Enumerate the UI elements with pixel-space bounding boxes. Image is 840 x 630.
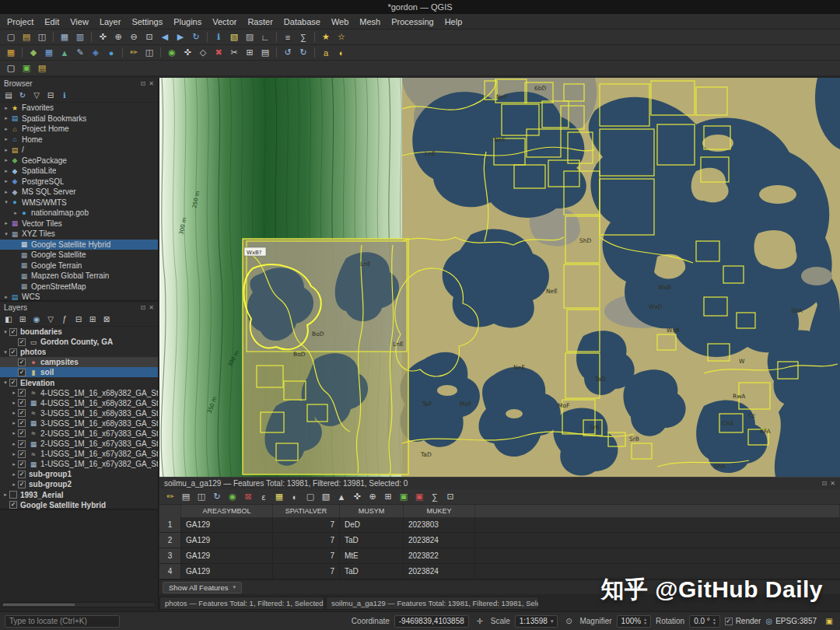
expander-icon[interactable]: ▸	[10, 410, 18, 416]
project-new-icon[interactable]: ▢	[4, 31, 18, 44]
new-shapefile-icon[interactable]: ▣	[19, 62, 33, 75]
expander-icon[interactable]: ▾	[2, 329, 9, 335]
message-log-icon[interactable]: ▣	[823, 617, 835, 625]
attr-select-all-icon[interactable]: ▦	[272, 491, 286, 503]
expander-icon[interactable]: ▸	[2, 105, 10, 111]
expander-icon[interactable]: ▾	[2, 231, 10, 237]
table-row[interactable]: 1GA1297DeD2023803	[159, 517, 840, 533]
table-cell[interactable]: 7	[273, 564, 340, 579]
layer-checkbox[interactable]: ✓	[18, 419, 26, 427]
spin-down-icon[interactable]: ▾	[713, 621, 716, 625]
map-refresh-icon[interactable]: ↻	[189, 31, 203, 44]
redo-icon[interactable]: ↻	[296, 47, 310, 59]
add-wms-layer-icon[interactable]: ●	[104, 47, 118, 59]
browser-item-nationalmap-gob[interactable]: ▸●nationalmap.gob	[0, 208, 158, 219]
attr-toggle-editing-icon[interactable]: ✏	[163, 491, 177, 503]
layer-item-3-usgs-1m-16-x68y383-ga-statewi[interactable]: ▸✓≈3-USGS_1M_16_x68y383_GA_Statewi	[0, 408, 158, 418]
save-edits-icon[interactable]: ◫	[142, 47, 156, 59]
menu-plugins[interactable]: Plugins	[168, 17, 207, 26]
attr-delete-features-icon[interactable]: ⊠	[241, 491, 255, 503]
layer-item-sub-group2[interactable]: ▸✓sub-group2	[0, 479, 158, 489]
add-postgis-layer-icon[interactable]: ◈	[89, 47, 103, 59]
table-cell[interactable]: TaD	[340, 533, 404, 548]
menu-project[interactable]: Project	[2, 17, 39, 26]
attribute-table-titlebar[interactable]: soilmu_a_ga129 — Features Total: 13981, …	[159, 477, 840, 489]
crs-indicator[interactable]: ◎ EPSG:3857	[765, 617, 817, 625]
table-cell[interactable]: TaD	[340, 564, 404, 579]
expander-icon[interactable]: ▸	[10, 481, 18, 488]
expand-all-icon[interactable]: ⊟	[72, 314, 85, 325]
attr-deselect-icon[interactable]: ▢	[303, 491, 317, 503]
vertex-tool-icon[interactable]: ◇	[196, 47, 210, 59]
delete-selected-icon[interactable]: ✖	[212, 47, 226, 59]
attr-dock-icon[interactable]: ⊡	[822, 480, 828, 487]
layout-manager-icon[interactable]: ▥	[73, 31, 87, 44]
zoom-last-icon[interactable]: ◀	[158, 31, 172, 44]
table-cell[interactable]: MtE	[340, 548, 404, 563]
add-delimited-text-icon[interactable]: ✎	[73, 47, 87, 59]
attr-invert-selection-icon[interactable]: ◐	[288, 491, 302, 503]
column-header-mukey[interactable]: MUKEY	[404, 505, 475, 517]
lock-scale-icon[interactable]: ⊙	[562, 617, 575, 625]
browser-dock-icon[interactable]: ⊡	[141, 80, 146, 87]
layer-diagram-icon[interactable]: ◐	[334, 47, 348, 59]
layer-item-boundaries[interactable]: ▾✓boundaries	[0, 327, 158, 337]
column-header-spatialver[interactable]: SPATIALVER	[273, 505, 340, 517]
expander-icon[interactable]: ▸	[2, 492, 9, 498]
pan-map-icon[interactable]: ✜	[96, 31, 110, 44]
attr-zoom-to-selection-icon[interactable]: ⊕	[366, 491, 380, 503]
table-cell[interactable]: 2023822	[404, 548, 475, 563]
layer-checkbox[interactable]: ✓	[18, 440, 26, 448]
table-row[interactable]: 2GA1297TaD2023824	[159, 533, 840, 548]
table-cell[interactable]: 2023824	[404, 564, 475, 579]
undo-icon[interactable]: ↺	[281, 47, 295, 59]
layer-checkbox[interactable]: ✓	[18, 369, 26, 376]
browser-item-google-satellite[interactable]: ▦Google Satellite	[0, 250, 158, 261]
layer-checkbox[interactable]: ✓	[18, 409, 26, 417]
layer-item-soil[interactable]: ✓▮soil	[0, 367, 158, 377]
collapse-all-icon[interactable]: ⊞	[86, 314, 99, 325]
menu-web[interactable]: Web	[326, 17, 354, 26]
table-cell[interactable]: GA129	[181, 548, 273, 563]
layers-close-icon[interactable]: ✕	[149, 304, 154, 311]
browser-filter-icon[interactable]: ▽	[30, 90, 43, 101]
menu-view[interactable]: View	[65, 17, 94, 26]
remove-layer-icon[interactable]: ⊠	[100, 314, 113, 325]
attr-copy-icon[interactable]: ⊞	[381, 491, 395, 503]
browser-properties-icon[interactable]: ℹ	[58, 90, 71, 101]
expander-icon[interactable]: ▸	[2, 220, 10, 226]
attr-save-edits-icon[interactable]: ◫	[194, 491, 208, 503]
attr-dock-table-icon[interactable]: ⊡	[443, 491, 457, 503]
title-bar[interactable]: *gordon — QGIS	[0, 0, 840, 14]
layer-item-3-usgs-1m-16-x68y383-ga-statewi[interactable]: ▸✓▦3-USGS_1M_16_x68y383_GA_Statewi	[0, 418, 158, 429]
filter-expression-icon[interactable]: ƒ	[58, 314, 71, 325]
table-row[interactable]: 3GA1297MtE2023822	[159, 548, 840, 564]
layer-checkbox[interactable]: ✓	[18, 359, 26, 366]
layer-item-2-usgs-1m-16-x67y383-ga-statewi[interactable]: ▸✓≈2-USGS_1M_16_x67y383_GA_Statewi	[0, 429, 158, 439]
row-number[interactable]: 1	[159, 517, 181, 532]
row-number[interactable]: 2	[159, 533, 181, 548]
layer-item-4-usgs-1m-16-x68y382-ga-statewi[interactable]: ▸✓▦4-USGS_1M_16_x68y382_GA_Statewi	[0, 398, 158, 408]
row-number[interactable]: 3	[159, 548, 181, 563]
expander-icon[interactable]: ▾	[2, 199, 10, 205]
expander-icon[interactable]: ▸	[10, 441, 18, 447]
expander-icon[interactable]: ▸	[10, 471, 18, 478]
extents-icon[interactable]: ✛	[474, 617, 486, 625]
browser-item-spatialite[interactable]: ▸◆SpatiaLite	[0, 166, 158, 177]
layer-checkbox[interactable]: ✓	[18, 429, 26, 437]
expander-icon[interactable]: ▸	[2, 136, 10, 142]
select-features-icon[interactable]: ▧	[227, 31, 241, 44]
layers-dock-icon[interactable]: ⊡	[141, 304, 146, 311]
browser-add-layers-icon[interactable]: ▤	[2, 90, 15, 101]
add-group-icon[interactable]: ⊞	[16, 314, 29, 325]
expander-icon[interactable]: ▸	[10, 400, 18, 406]
add-raster-layer-icon[interactable]: ▦	[42, 47, 56, 59]
table-cell[interactable]: DeD	[340, 517, 404, 532]
add-vector-layer-icon[interactable]: ◆	[26, 47, 40, 59]
expander-icon[interactable]: ▸	[2, 168, 10, 174]
toggle-editing-icon[interactable]: ✏	[127, 47, 141, 59]
layer-checkbox[interactable]: ✓	[18, 338, 26, 346]
data-source-manager-icon[interactable]: ▦	[4, 47, 18, 59]
scale-combo[interactable]: 1:13598 ▾	[515, 615, 558, 628]
menu-mesh[interactable]: Mesh	[354, 17, 386, 26]
